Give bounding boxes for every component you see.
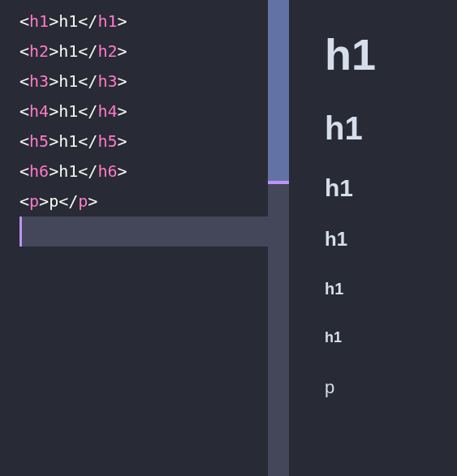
close-tag: h3 [97, 71, 117, 91]
angle-open: < [19, 131, 29, 151]
scrollbar-thumb[interactable] [268, 0, 289, 181]
angle-open: < [19, 191, 29, 211]
angle-open-slash: </ [58, 191, 78, 211]
close-tag: p [78, 191, 88, 211]
angle-close: > [49, 131, 58, 151]
preview-pane: h1 h1 h1 h1 h1 h1 p [289, 0, 457, 476]
angle-close: > [117, 11, 127, 31]
open-tag: h3 [29, 71, 49, 91]
angle-open-slash: </ [78, 161, 97, 181]
open-tag: h5 [29, 131, 49, 151]
close-tag: h2 [97, 41, 117, 61]
tag-text: h1 [58, 41, 78, 61]
angle-open: < [19, 11, 29, 31]
close-tag: h5 [97, 131, 117, 151]
angle-close: > [117, 41, 127, 61]
angle-close: > [117, 161, 127, 181]
angle-open: < [19, 71, 29, 91]
open-tag: h4 [29, 101, 49, 121]
angle-open: < [19, 41, 29, 61]
angle-close: > [49, 101, 58, 121]
code-line[interactable]: <p>p</p> [19, 187, 268, 217]
overview-mark[interactable] [268, 181, 289, 184]
preview-h2: h1 [325, 110, 457, 147]
code-line[interactable]: <h4>h1</h4> [19, 96, 268, 127]
angle-close: > [117, 101, 127, 121]
angle-close: > [49, 41, 58, 61]
angle-open-slash: </ [78, 11, 97, 31]
angle-open-slash: </ [78, 71, 97, 91]
angle-close: > [39, 191, 49, 211]
close-tag: h4 [97, 101, 117, 121]
preview-h5: h1 [325, 280, 457, 298]
tag-text: h1 [58, 101, 78, 121]
code-line[interactable]: <h1>h1</h1> [19, 6, 268, 36]
tag-text: h1 [58, 71, 78, 91]
code-editor[interactable]: <h1>h1</h1> <h2>h1</h2> <h3>h1</h3> <h4>… [0, 0, 268, 476]
tag-text: h1 [58, 161, 78, 181]
angle-open-slash: </ [78, 131, 97, 151]
open-tag: h2 [29, 41, 49, 61]
preview-h6: h1 [325, 329, 457, 346]
code-line[interactable]: <h2>h1</h2> [19, 36, 268, 66]
preview-p: p [325, 377, 457, 398]
preview-h1: h1 [325, 29, 457, 79]
scrollbar[interactable] [268, 0, 289, 476]
preview-h4: h1 [325, 228, 457, 251]
close-tag: h6 [97, 161, 117, 181]
open-tag: p [29, 191, 39, 211]
angle-close: > [49, 71, 58, 91]
split-view: <h1>h1</h1> <h2>h1</h2> <h3>h1</h3> <h4>… [0, 0, 457, 476]
code-line[interactable]: <h6>h1</h6> [19, 157, 268, 187]
angle-close: > [88, 191, 97, 211]
angle-close: > [117, 71, 127, 91]
code-line[interactable]: <h3>h1</h3> [19, 66, 268, 96]
angle-close: > [49, 161, 58, 181]
angle-close: > [49, 11, 58, 31]
angle-open: < [19, 101, 29, 121]
angle-open: < [19, 161, 29, 181]
angle-close: > [117, 131, 127, 151]
close-tag: h1 [97, 11, 117, 31]
tag-text: h1 [58, 11, 78, 31]
preview-h3: h1 [325, 174, 457, 202]
code-line[interactable]: <h5>h1</h5> [19, 127, 268, 157]
angle-open-slash: </ [78, 101, 97, 121]
open-tag: h6 [29, 161, 49, 181]
tag-text: p [49, 191, 58, 211]
open-tag: h1 [29, 11, 49, 31]
active-line[interactable] [19, 217, 268, 247]
angle-open-slash: </ [78, 41, 97, 61]
tag-text: h1 [58, 131, 78, 151]
